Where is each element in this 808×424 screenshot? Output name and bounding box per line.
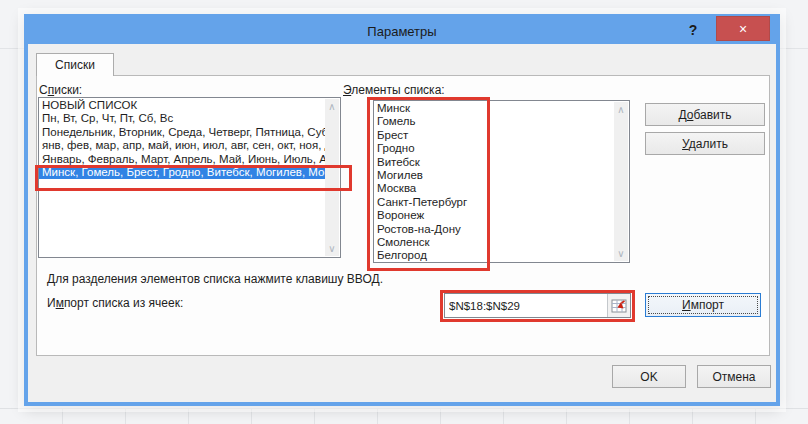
list-entries-items: Минск Гомель Брест Гродно Витебск Могиле…: [374, 102, 614, 262]
close-icon: ×: [739, 22, 747, 36]
excel-background: Параметры ? × Списки Списки: Элементы сп…: [0, 0, 808, 424]
range-selector-icon: [611, 299, 627, 313]
entry-item[interactable]: Гродно: [374, 142, 614, 155]
tab-lists[interactable]: Списки: [36, 53, 114, 76]
dialog-titlebar[interactable]: Параметры ? ×: [28, 18, 776, 44]
add-button[interactable]: Добавить: [645, 103, 765, 126]
help-button[interactable]: ?: [682, 18, 704, 42]
entry-item[interactable]: Белгород: [374, 249, 614, 262]
enter-key-hint: Для разделения элементов списка нажмите …: [47, 272, 383, 286]
list-item[interactable]: янв, фев, мар, апр, май, июн, июл, авг, …: [39, 139, 325, 152]
cancel-button[interactable]: Отмена: [697, 365, 771, 388]
list-item[interactable]: Январь, Февраль, Март, Апрель, Май, Июнь…: [39, 153, 325, 166]
collapse-dialog-button[interactable]: [607, 294, 630, 317]
entry-item[interactable]: Москва: [374, 182, 614, 195]
custom-lists-items: НОВЫЙ СПИСОК Пн, Вт, Ср, Чт, Пт, Сб, Вс …: [39, 99, 325, 257]
entry-item[interactable]: Ростов-на-Дону: [374, 223, 614, 236]
list-item[interactable]: Пн, Вт, Ср, Чт, Пт, Сб, Вс: [39, 112, 325, 125]
list-item-selected[interactable]: Минск, Гомель, Брест, Гродно, Витебск, М…: [39, 166, 325, 179]
import-range-input[interactable]: [445, 294, 607, 317]
dialog-content: Списки Списки: Элементы списка: НОВЫЙ СП…: [28, 44, 776, 402]
entry-item[interactable]: Санкт-Петербург: [374, 196, 614, 209]
lists-tab-panel: Списки: Элементы списка: НОВЫЙ СПИСОК Пн…: [36, 75, 770, 356]
list-item[interactable]: НОВЫЙ СПИСОК: [39, 99, 325, 112]
entry-item[interactable]: Смоленск: [374, 236, 614, 249]
entry-item[interactable]: Минск: [374, 102, 614, 115]
scroll-up-icon[interactable]: ∧: [614, 102, 628, 117]
custom-lists-listbox[interactable]: НОВЫЙ СПИСОК Пн, Вт, Ср, Чт, Пт, Сб, Вс …: [38, 97, 341, 258]
help-icon: ?: [689, 22, 698, 38]
import-button[interactable]: Импорт: [645, 293, 761, 317]
custom-lists-scrollbar[interactable]: ∧ ∨: [325, 99, 339, 256]
entries-label: Элементы списка:: [343, 83, 445, 97]
entry-item[interactable]: Гомель: [374, 115, 614, 128]
tab-lists-label: Списки: [55, 58, 95, 72]
dialog-title: Параметры: [367, 24, 436, 39]
worksheet-gridlines-bottom: [0, 408, 808, 424]
scroll-up-icon[interactable]: ∧: [325, 99, 339, 114]
lists-label: Списки:: [39, 83, 82, 97]
import-range-label: Импорт списка из ячеек:: [47, 296, 183, 310]
ok-button[interactable]: OK: [612, 365, 686, 388]
entry-item[interactable]: Брест: [374, 129, 614, 142]
list-entries-scrollbar[interactable]: ∧ ∨: [614, 102, 628, 261]
options-dialog: Параметры ? × Списки Списки: Элементы сп…: [24, 14, 780, 406]
import-range-group: [444, 293, 631, 318]
scroll-down-icon[interactable]: ∨: [614, 246, 628, 261]
list-item[interactable]: Понедельник, Вторник, Среда, Четверг, Пя…: [39, 126, 325, 139]
list-entries-listbox[interactable]: Минск Гомель Брест Гродно Витебск Могиле…: [373, 100, 630, 263]
entry-item[interactable]: Воронеж: [374, 209, 614, 222]
scroll-down-icon[interactable]: ∨: [325, 241, 339, 256]
entry-item[interactable]: Витебск: [374, 156, 614, 169]
close-button[interactable]: ×: [716, 16, 770, 41]
delete-button[interactable]: Удалить: [645, 132, 765, 155]
entry-item[interactable]: Могилев: [374, 169, 614, 182]
